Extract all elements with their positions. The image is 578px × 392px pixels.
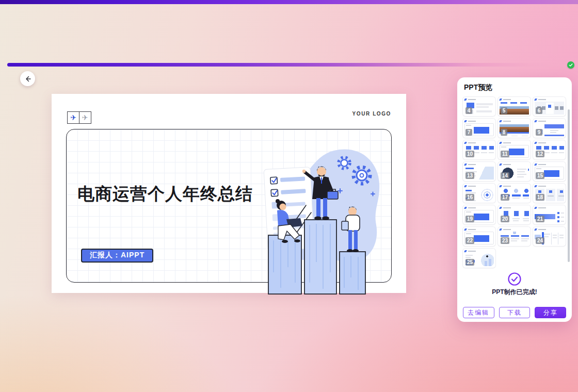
action-buttons: 去编辑 下载 分享 <box>463 307 566 318</box>
slide-thumbnail[interactable]: 16 <box>463 184 495 203</box>
slide-thumbnail[interactable]: 14 <box>498 162 531 181</box>
thumbnail-grid: 4 5 6 7 8 9 10 11 12 13 14 15 16 17 <box>463 97 566 268</box>
panel-scrollbar[interactable] <box>568 109 570 262</box>
slide-thumbnail[interactable]: 10 <box>463 140 495 159</box>
thumbnail-number: 8 <box>501 129 507 136</box>
thumbnail-number: 18 <box>536 194 544 201</box>
slide-thumbnail[interactable]: 13 <box>463 162 495 181</box>
slide-preview-canvas: ✈ ✈ YOUR LOGO 电商运营个人年终总结 汇报人：AIPPT <box>52 94 406 293</box>
thumbnail-number: 16 <box>465 194 474 201</box>
thumbnail-number: 19 <box>465 216 474 222</box>
top-accent-bar <box>0 0 578 4</box>
thumbnail-number: 23 <box>501 237 509 244</box>
panel-title: PPT预览 <box>464 83 492 92</box>
thumbnail-number: 15 <box>536 172 544 179</box>
thumbnail-number: 5 <box>501 107 507 114</box>
thumbnail-number: 14 <box>501 172 509 179</box>
teamwork-chart-illustration <box>261 143 384 296</box>
thumbnail-number: 25 <box>465 259 474 266</box>
presenter-badge: 汇报人：AIPPT <box>81 249 153 263</box>
slide-thumbnail[interactable]: 12 <box>533 140 566 159</box>
thumbnail-number: 24 <box>536 237 544 244</box>
slide-thumbnail[interactable]: 11 <box>498 140 531 159</box>
thumbnail-number: 7 <box>465 129 472 136</box>
slide-thumbnail[interactable]: 8 <box>498 119 531 138</box>
back-button[interactable] <box>20 71 35 86</box>
slide-thumbnail[interactable]: 19 <box>463 205 495 224</box>
plane-grey-icon: ✈ <box>79 111 91 124</box>
edit-button[interactable]: 去编辑 <box>463 307 494 318</box>
thumbnail-number: 12 <box>536 151 544 157</box>
thumbnail-number: 20 <box>501 216 509 222</box>
slide-thumbnail[interactable]: 5 <box>498 97 531 116</box>
plane-blue-icon: ✈ <box>67 111 79 124</box>
slide-thumbnail[interactable]: 15 <box>533 162 566 181</box>
complete-message: PPT制作已完成! <box>457 288 572 297</box>
check-icon <box>569 63 573 67</box>
slide-thumbnail[interactable]: 7 <box>463 119 495 138</box>
slide-thumbnail[interactable]: 22 <box>463 227 495 246</box>
slide-thumbnail[interactable]: 17 <box>498 184 531 203</box>
slide-thumbnail[interactable]: 20 <box>498 205 531 224</box>
slide-thumbnail[interactable]: 25 <box>463 249 495 268</box>
slide-thumbnail[interactable]: 21 <box>533 205 566 224</box>
plane-logo-icons: ✈ ✈ <box>67 111 91 124</box>
slide-thumbnail[interactable]: 23 <box>498 227 531 246</box>
slide-thumbnail[interactable]: 9 <box>533 119 566 138</box>
progress-complete-icon <box>567 61 574 69</box>
thumbnail-number: 9 <box>536 129 542 136</box>
thumbnail-number: 17 <box>501 194 509 201</box>
slide-logo-text: YOUR LOGO <box>352 111 391 117</box>
thumbnail-number: 22 <box>465 237 474 244</box>
slide-thumbnail[interactable]: 18 <box>533 184 566 203</box>
complete-status-icon <box>457 272 572 288</box>
ppt-preview-panel: PPT预览 4 5 6 7 8 9 10 11 12 13 14 15 16 <box>457 77 572 322</box>
thumbnail-number: 4 <box>465 107 472 114</box>
thumbnail-number: 21 <box>536 216 544 222</box>
slide-thumbnail[interactable]: 24 <box>533 227 566 246</box>
slide-title: 电商运营个人年终总结 <box>77 183 253 206</box>
thumbnail-number: 10 <box>465 151 474 157</box>
app-window: ✈ ✈ YOUR LOGO 电商运营个人年终总结 汇报人：AIPPT <box>0 0 578 392</box>
share-button[interactable]: 分享 <box>535 307 566 318</box>
purple-check-circle-icon <box>508 272 521 286</box>
left-arrow-icon <box>24 75 31 83</box>
generation-progress-bar <box>7 63 565 67</box>
slide-thumbnail[interactable]: 4 <box>463 97 495 116</box>
thumbnail-number: 6 <box>536 107 542 114</box>
thumbnail-number: 13 <box>465 172 474 179</box>
thumbnail-number: 11 <box>501 151 509 157</box>
slide-thumbnail[interactable]: 6 <box>533 97 566 116</box>
download-button[interactable]: 下载 <box>499 307 531 318</box>
